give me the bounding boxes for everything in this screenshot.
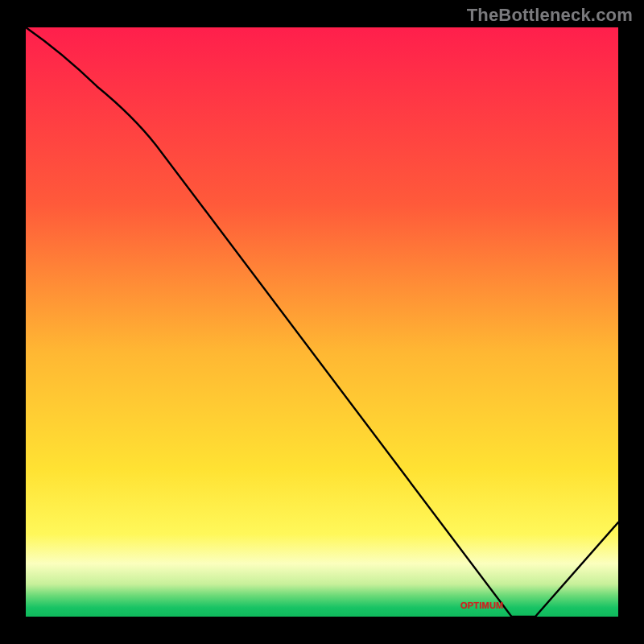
gradient-background <box>26 27 618 617</box>
plot-svg <box>26 27 618 617</box>
plot-area: OPTIMUM <box>26 27 618 617</box>
attribution-text: TheBottleneck.com <box>467 5 633 26</box>
chart-container: TheBottleneck.com OPTIMUM <box>0 0 644 644</box>
